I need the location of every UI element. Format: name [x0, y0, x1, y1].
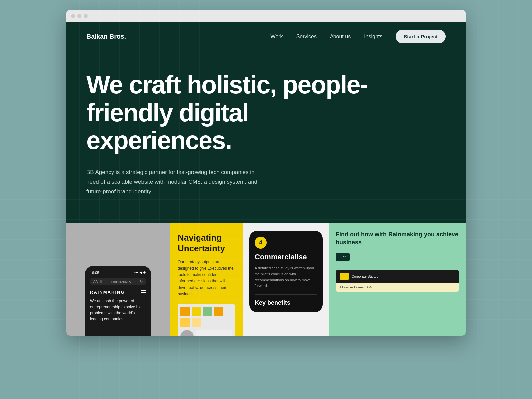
- hamburger-icon: [141, 290, 146, 294]
- logo[interactable]: Balkan Bros.: [86, 33, 126, 40]
- green-card-stack: Corporate-Startup 9 Lessons Learned: A G…: [336, 270, 459, 292]
- hero-link-design-system[interactable]: design system: [209, 179, 245, 185]
- card-yellow[interactable]: Navigating Uncertainty Our strategy outp…: [170, 223, 243, 336]
- phone-site-name: RAINMAKING: [90, 290, 146, 295]
- browser-chrome: [66, 10, 466, 22]
- dark-card-text: A detailed case study is written upon th…: [255, 265, 317, 289]
- browser-dot-icon: [100, 280, 102, 283]
- stack-body: 9 Lessons Learned: A G...: [336, 283, 459, 292]
- green-card-text: Find out how with Rainmaking you achieve…: [336, 231, 459, 246]
- phone-signal: ▪▪▪ ◀ ⊕: [134, 270, 146, 275]
- refresh-icon: ↻: [140, 280, 143, 283]
- nav-link-about[interactable]: About us: [330, 34, 351, 39]
- page-content: Balkan Bros. Work Services About us Insi…: [66, 22, 466, 336]
- phone-time: 16:05: [90, 271, 99, 275]
- browser-window: Balkan Bros. Work Services About us Insi…: [66, 10, 466, 336]
- card-green[interactable]: Find out how with Rainmaking you achieve…: [329, 223, 466, 336]
- hero-subtext-plain2: , a: [201, 179, 209, 185]
- browser-close-dot[interactable]: [71, 14, 75, 18]
- phone-mockup: 16:05 ▪▪▪ ◀ ⊕ AA rainmaking.io ↻ RAINMAK…: [85, 266, 151, 336]
- dark-card-sub-heading: Key benefits: [255, 299, 317, 306]
- green-card-cta[interactable]: Get: [336, 253, 350, 261]
- dark-card-heading: Commercialise: [255, 253, 317, 261]
- nav-cta-button[interactable]: Start a Project: [396, 30, 446, 43]
- yellow-card-title: Navigating Uncertainty: [178, 233, 235, 253]
- stack-logo: [340, 273, 349, 280]
- hero-link-cms[interactable]: website with modular CMS: [134, 179, 201, 185]
- sticky-note-1: [180, 307, 190, 316]
- sticky-note-6: [192, 318, 201, 327]
- nav-item-insights[interactable]: Insights: [364, 34, 382, 40]
- nav-link-insights[interactable]: Insights: [364, 34, 382, 39]
- stack-top: Corporate-Startup: [336, 270, 459, 283]
- hero-subtext: BB Agency is a strategic partner for fas…: [86, 168, 259, 197]
- stack-title: Corporate-Startup: [352, 275, 378, 278]
- cards-section: 16:05 ▪▪▪ ◀ ⊕ AA rainmaking.io ↻ RAINMAK…: [66, 223, 466, 336]
- hero-subtext-end: .: [151, 188, 152, 195]
- sticky-note-2: [192, 307, 201, 316]
- card-dark[interactable]: 4 Commercialise A detailed case study is…: [243, 223, 329, 336]
- hero-headline: We craft holistic, people-friendly digit…: [86, 71, 386, 154]
- scroll-down-icon: ↓: [90, 326, 146, 331]
- hero-section: We craft holistic, people-friendly digit…: [66, 51, 466, 223]
- nav-item-cta[interactable]: Start a Project: [396, 34, 446, 40]
- phone-status-bar: 16:05 ▪▪▪ ◀ ⊕: [90, 270, 146, 275]
- phone-body-text: We unleash the power of entrepreneurship…: [90, 298, 146, 322]
- phone-browser-bar: AA rainmaking.io ↻: [90, 278, 146, 285]
- yellow-card-text: Our strategy outputs are designed to giv…: [178, 259, 235, 297]
- nav-links: Work Services About us Insights Start a …: [271, 34, 446, 40]
- yellow-card-image: [178, 304, 235, 336]
- nav-link-work[interactable]: Work: [271, 34, 283, 39]
- nav-item-work[interactable]: Work: [271, 34, 283, 40]
- stack-sub: 9 Lessons Learned: A G...: [340, 286, 374, 289]
- sticky-note-3: [203, 307, 212, 316]
- navigation: Balkan Bros. Work Services About us Insi…: [66, 22, 466, 51]
- whiteboard-content: [196, 330, 232, 336]
- browser-minimize-dot[interactable]: [77, 14, 81, 18]
- nav-link-services[interactable]: Services: [296, 34, 317, 39]
- step-badge: 4: [255, 237, 267, 249]
- dark-phone-mockup: 4 Commercialise A detailed case study is…: [249, 231, 323, 312]
- nav-item-about[interactable]: About us: [330, 34, 351, 40]
- site-name-label: RAINMAKING: [90, 290, 125, 295]
- phone-url: rainmaking.io: [104, 280, 138, 283]
- nav-item-services[interactable]: Services: [296, 34, 317, 40]
- dark-card-divider: Key benefits: [255, 294, 317, 306]
- person-avatar: [180, 330, 194, 336]
- card-phone[interactable]: 16:05 ▪▪▪ ◀ ⊕ AA rainmaking.io ↻ RAINMAK…: [66, 223, 170, 336]
- browser-icon: AA: [93, 280, 98, 283]
- browser-maximize-dot[interactable]: [84, 14, 88, 18]
- hero-link-brand[interactable]: brand identity: [117, 188, 151, 195]
- sticky-note-5: [180, 318, 190, 327]
- sticky-note-4: [214, 307, 223, 316]
